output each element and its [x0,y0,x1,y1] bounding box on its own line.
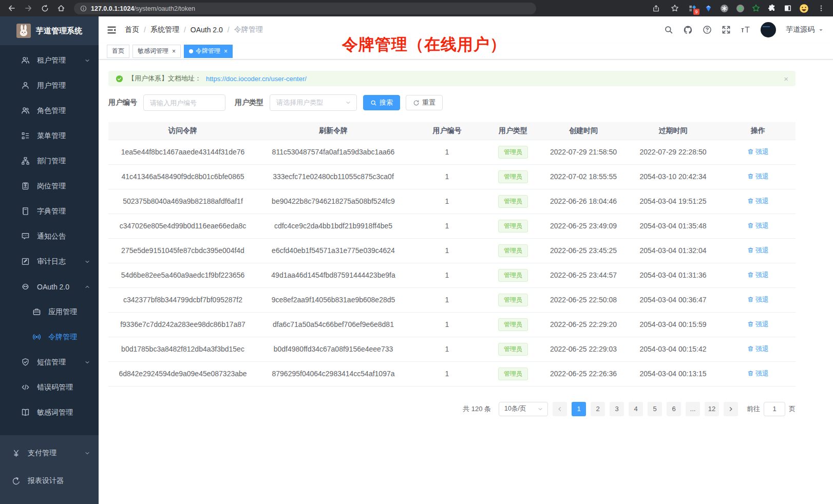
forward-icon[interactable] [22,2,35,14]
emoji-avatar-icon[interactable] [799,3,809,13]
sidebar-item-oauth[interactable]: OAuth 2.0 [0,274,99,299]
sidebar-menu: 租户管理用户管理角色管理菜单管理部门管理岗位管理字典管理通知公告审计日志OAut… [0,45,99,435]
alert-close-icon[interactable]: × [784,74,788,83]
reload-icon[interactable] [38,2,51,14]
user-type-cell: 管理员 [485,214,541,238]
puzzle-extension-icon[interactable] [767,3,777,13]
sidebar-item-label: 字典管理 [37,207,90,216]
sidebar-item-sms[interactable]: 短信管理 [0,350,99,375]
force-logout-button[interactable]: 强退 [747,221,769,230]
expire-time-cell: 2054-03-04 00:36:47 [626,287,721,312]
search-button[interactable]: 搜索 [363,95,400,110]
sidebar-item-report[interactable]: 报表设计器 [0,467,99,495]
star-extension-icon[interactable] [751,3,761,13]
force-logout-button[interactable]: 强退 [747,270,769,280]
sidebar-item-log[interactable]: 审计日志 [0,249,99,274]
tab-close-icon[interactable]: × [224,48,228,54]
sidebar-item-user[interactable]: 用户管理 [0,73,99,98]
sidebar-item-token[interactable]: 令牌管理 [0,324,99,350]
user-type-select[interactable]: 请选择用户类型 [270,94,357,111]
force-logout-button[interactable]: 强退 [747,344,769,354]
dept-icon [21,157,30,166]
font-size-icon[interactable] [741,25,751,34]
gem-extension-icon[interactable] [703,3,713,13]
operation-cell: 强退 [721,189,796,214]
browser-menu-icon[interactable] [815,2,828,14]
force-logout-button[interactable]: 强退 [747,369,769,378]
page-button-1[interactable]: 1 [572,402,586,416]
address-bar[interactable]: 127.0.0.1:1024/system/oauth2/token [74,3,536,14]
page-button-4[interactable]: 4 [629,402,643,416]
home-icon[interactable] [54,2,68,14]
sidebar-item-tenant[interactable]: 租户管理 [0,48,99,73]
breadcrumb-item[interactable]: 系统管理 [150,25,179,34]
sidebar-item-dept[interactable]: 部门管理 [0,148,99,173]
chevron-down-icon [84,359,90,365]
record-extension-icon[interactable] [735,3,745,13]
help-icon[interactable] [703,25,712,34]
window-extension-icon[interactable] [783,3,793,13]
asterisk-extension-icon[interactable] [719,3,729,13]
page-button-3[interactable]: 3 [610,402,624,416]
tab-令牌管理[interactable]: 令牌管理× [184,45,233,58]
notice-icon [21,232,30,241]
user-id-cell: 1 [409,287,485,312]
sidebar-item-label: 支付管理 [28,449,81,458]
user-id-input[interactable] [143,94,225,111]
page-button-2[interactable]: 2 [591,402,605,416]
sidebar-item-errcode[interactable]: 错误码管理 [0,375,99,400]
page-button-12[interactable]: 12 [705,402,719,416]
site-info-icon[interactable] [80,5,87,12]
page-ellipsis[interactable]: ... [686,402,700,416]
user-type-badge: 管理员 [498,146,528,159]
refresh-token-cell: cdfc4ce9c2da4bb1bdf21b9918ff4be5 [257,214,409,238]
page-button-6[interactable]: 6 [667,402,681,416]
content-area: 【用户体系】文档地址： https://doc.iocoder.cn/user-… [99,60,796,416]
app-logo[interactable]: 芋道管理系统 [0,16,99,45]
breadcrumb-item[interactable]: 首页 [125,25,139,34]
user-menu[interactable]: 芋道源码 [786,25,824,34]
github-icon[interactable] [683,25,693,35]
force-logout-button[interactable]: 强退 [747,197,769,206]
sidebar-item-dict[interactable]: 字典管理 [0,199,99,224]
force-logout-button[interactable]: 强退 [747,320,769,329]
next-page-button[interactable] [724,402,738,416]
force-logout-button[interactable]: 强退 [747,172,769,181]
fullscreen-icon[interactable] [722,25,731,34]
user-type-badge: 管理员 [498,343,528,356]
tab-close-icon[interactable]: × [172,48,176,54]
page-button-5[interactable]: 5 [648,402,662,416]
bookmark-star-icon[interactable] [668,2,681,14]
force-logout-label: 强退 [755,197,769,206]
sidebar-item-sensitive[interactable]: 敏感词管理 [0,400,99,425]
tab-敏感词管理[interactable]: 敏感词管理× [132,45,181,58]
sidebar-item-role[interactable]: 角色管理 [0,98,99,123]
user-avatar[interactable] [761,22,776,37]
sidebar-item-post[interactable]: 岗位管理 [0,173,99,199]
alert-doc-link[interactable]: https://doc.iocoder.cn/user-center/ [206,75,307,83]
pinned-extension-icon[interactable]: 9 [687,3,697,13]
force-logout-label: 强退 [755,221,769,230]
sidebar-item-notice[interactable]: 通知公告 [0,224,99,249]
refresh-icon [413,100,420,106]
breadcrumb-separator: / [144,26,146,34]
back-icon[interactable] [5,2,18,14]
collapse-menu-icon[interactable] [107,25,117,35]
log-icon [21,257,30,266]
tab-首页[interactable]: 首页 [107,45,129,58]
search-icon[interactable] [664,25,673,34]
breadcrumb-item[interactable]: OAuth 2.0 [191,26,223,34]
goto-page-input[interactable] [764,402,785,416]
sidebar-item-pay[interactable]: 支付管理 [0,439,99,467]
user-type-placeholder: 请选择用户类型 [276,98,323,107]
force-logout-button[interactable]: 强退 [747,246,769,255]
sidebar-item-menu[interactable]: 菜单管理 [0,123,99,148]
prev-page-button[interactable] [553,402,567,416]
share-icon[interactable] [649,2,662,14]
page-size-select[interactable]: 10条/页 [499,402,548,416]
sidebar-item-app[interactable]: 应用管理 [0,299,99,324]
reset-button[interactable]: 重置 [406,95,443,110]
force-logout-button[interactable]: 强退 [747,295,769,304]
table-row: 6d842e2924594de9a09e45e087323abe8796295f… [108,361,796,386]
force-logout-button[interactable]: 强退 [747,147,769,157]
